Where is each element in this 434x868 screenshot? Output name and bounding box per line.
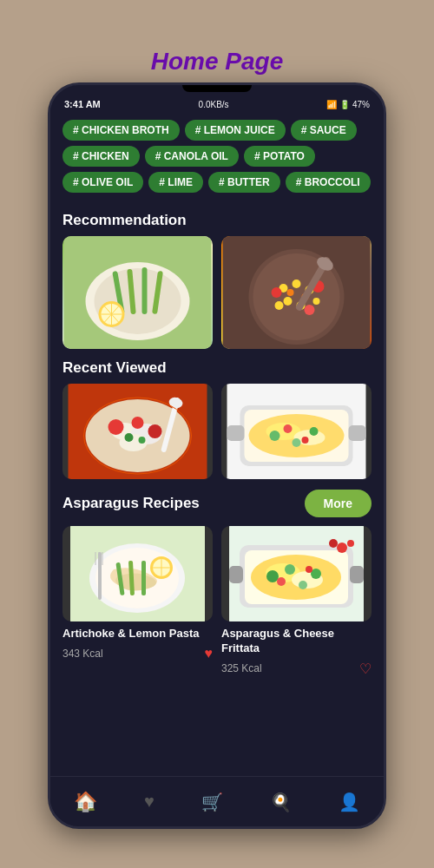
status-time: 3:41 AM [64, 99, 101, 109]
status-bar: 3:41 AM 0.0KB/s 📶 🔋 47% [50, 94, 384, 113]
tag-canola-oil[interactable]: # CANOLA OIL [145, 146, 239, 167]
asparagus-header: Asparagus Recipes More [50, 479, 384, 526]
cart-icon: 🛒 [201, 792, 223, 812]
food-card-1-name: Artichoke & Lemon Pasta [62, 627, 213, 641]
svg-point-79 [299, 581, 307, 589]
svg-point-80 [277, 577, 286, 586]
svg-point-53 [302, 437, 309, 444]
svg-point-38 [125, 433, 134, 442]
svg-point-37 [132, 417, 144, 429]
tag-sauce[interactable]: # SAUCE [291, 120, 357, 141]
food-card-1-image [62, 526, 213, 621]
tags-row-2: # CHICKEN # CANOLA OIL # POTATO [62, 146, 372, 167]
food-card-1-kcal: 343 Kcal [62, 648, 103, 660]
svg-point-23 [287, 289, 294, 296]
recent-image-1[interactable] [62, 384, 213, 479]
scroll-area: # CHICKEN BROTH # LEMON JUICE # SAUCE # … [50, 113, 384, 807]
tag-lemon-juice[interactable]: # LEMON JUICE [185, 120, 286, 141]
svg-point-86 [347, 540, 354, 547]
cook-icon: 🍳 [270, 792, 292, 812]
svg-point-27 [305, 305, 315, 315]
svg-point-21 [275, 301, 284, 310]
svg-point-76 [266, 570, 279, 582]
more-button[interactable]: More [305, 490, 372, 517]
tag-broccoli[interactable]: # BROCCOLI [286, 172, 371, 193]
svg-rect-55 [349, 425, 366, 441]
favorites-icon: ♥ [144, 792, 155, 812]
svg-point-49 [270, 431, 280, 441]
svg-point-51 [293, 438, 301, 447]
asparagus-title: Asparagus Recipes [62, 495, 200, 512]
status-battery: 📶 🔋 47% [326, 100, 370, 109]
food-card-1[interactable]: Artichoke & Lemon Pasta 343 Kcal ♥ [62, 526, 213, 677]
food-card-1-heart[interactable]: ♥ [205, 646, 214, 661]
svg-rect-83 [350, 566, 364, 583]
svg-point-17 [293, 279, 301, 288]
nav-cook[interactable]: 🍳 [270, 792, 292, 812]
svg-point-19 [284, 297, 293, 306]
tag-chicken-broth[interactable]: # CHICKEN BROTH [62, 120, 180, 141]
svg-rect-61 [141, 561, 146, 595]
svg-point-52 [284, 424, 293, 433]
svg-point-35 [108, 419, 124, 435]
home-icon: 🏠 [74, 791, 97, 813]
tags-section: # CHICKEN BROTH # LEMON JUICE # SAUCE # … [50, 113, 384, 201]
tag-chicken[interactable]: # CHICKEN [62, 146, 140, 167]
recent-viewed-title: Recent Viewed [50, 349, 384, 384]
recommendation-row [50, 236, 384, 349]
svg-rect-5 [142, 267, 148, 314]
svg-rect-82 [229, 566, 243, 583]
bottom-nav: 🏠 ♥ 🛒 🍳 👤 [50, 776, 384, 826]
tag-lime[interactable]: # LIME [148, 172, 203, 193]
recent-image-2[interactable] [221, 384, 372, 479]
status-data: 0.0KB/s [199, 100, 229, 109]
phone-frame: 3:41 AM 0.0KB/s 📶 🔋 47% # CHICKEN BROTH … [48, 82, 386, 829]
rec-image-2[interactable] [221, 236, 372, 349]
recent-viewed-row [50, 384, 384, 479]
tags-row-1: # CHICKEN BROTH # LEMON JUICE # SAUCE [62, 120, 372, 141]
nav-cart[interactable]: 🛒 [201, 792, 223, 812]
food-card-2-name: Asparagus & Cheese Frittata [221, 627, 372, 656]
food-card-2-image [221, 526, 372, 621]
notch [182, 85, 252, 92]
nav-home[interactable]: 🏠 [74, 791, 97, 813]
profile-icon: 👤 [339, 792, 360, 812]
food-card-2[interactable]: Asparagus & Cheese Frittata 325 Kcal ♡ [221, 526, 372, 677]
recommendation-title: Recommendation [50, 201, 384, 236]
food-card-2-kcal: 325 Kcal [221, 662, 262, 674]
svg-point-50 [310, 427, 319, 436]
food-card-2-kcal-row: 325 Kcal ♡ [221, 661, 372, 677]
food-card-1-kcal-row: 343 Kcal ♥ [62, 646, 213, 661]
svg-point-36 [148, 424, 162, 438]
rec-image-1[interactable] [62, 236, 213, 349]
tag-olive-oil[interactable]: # OLIVE OIL [62, 172, 143, 193]
svg-point-81 [306, 566, 312, 573]
food-card-2-heart[interactable]: ♡ [359, 661, 372, 677]
tags-row-3: # OLIVE OIL # LIME # BUTTER # BROCCOLI [62, 172, 372, 193]
svg-point-22 [313, 298, 320, 305]
svg-point-77 [285, 564, 295, 575]
svg-point-85 [329, 539, 338, 548]
svg-point-39 [139, 437, 146, 444]
nav-profile[interactable]: 👤 [339, 792, 360, 812]
tag-butter[interactable]: # BUTTER [208, 172, 280, 193]
svg-point-84 [337, 542, 347, 553]
svg-rect-54 [227, 425, 245, 441]
food-cards-row: Artichoke & Lemon Pasta 343 Kcal ♥ [50, 526, 384, 677]
tag-potato[interactable]: # POTATO [244, 146, 315, 167]
nav-favorites[interactable]: ♥ [144, 792, 155, 812]
page-title: Home Page [151, 39, 284, 82]
svg-point-26 [272, 287, 282, 298]
